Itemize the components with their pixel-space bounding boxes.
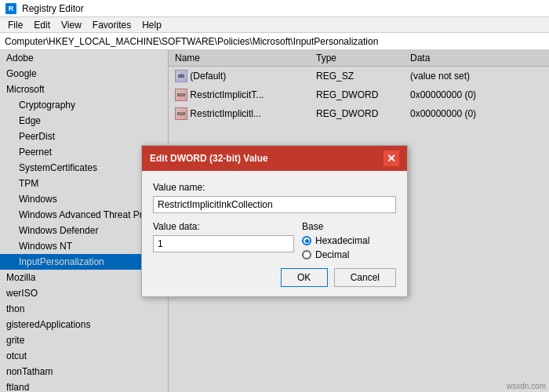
cancel-button[interactable]: Cancel <box>334 268 396 287</box>
value-data-input[interactable] <box>153 235 294 252</box>
base-label: Base <box>302 221 396 232</box>
main-content: Adobe Google Microsoft Cryptography Edge… <box>0 50 549 392</box>
value-data-label: Value data: <box>153 221 294 232</box>
dialog-buttons: OK Cancel <box>153 268 396 287</box>
dialog-title-bar: Edit DWORD (32-bit) Value ✕ <box>142 146 407 171</box>
dialog-data-row: Value data: Base Hexadecimal <box>153 221 396 260</box>
dialog-overlay: Edit DWORD (32-bit) Value ✕ Value name: … <box>0 50 549 392</box>
dialog-body: Value name: Value data: Base Hexadecimal <box>142 171 407 296</box>
radio-group: Hexadecimal Decimal <box>302 235 396 260</box>
menu-view[interactable]: View <box>56 19 86 31</box>
value-name-label: Value name: <box>153 182 396 193</box>
menu-bar: File Edit View Favorites Help <box>0 17 549 33</box>
title-bar: R Registry Editor <box>0 0 549 17</box>
dialog-close-button[interactable]: ✕ <box>384 151 399 166</box>
menu-favorites[interactable]: Favorites <box>88 19 136 31</box>
title-bar-text: Registry Editor <box>22 3 84 14</box>
radio-dec-label: Decimal <box>315 249 349 260</box>
menu-edit[interactable]: Edit <box>29 19 55 31</box>
menu-help[interactable]: Help <box>137 19 166 31</box>
address-bar: Computer\HKEY_LOCAL_MACHINE\SOFTWARE\Pol… <box>0 33 549 50</box>
ok-button[interactable]: OK <box>281 268 328 287</box>
value-name-input[interactable] <box>153 196 396 213</box>
radio-hexadecimal[interactable]: Hexadecimal <box>302 235 396 246</box>
edit-dword-dialog: Edit DWORD (32-bit) Value ✕ Value name: … <box>141 145 408 297</box>
app-icon: R <box>5 2 17 15</box>
radio-dec-circle <box>302 250 311 260</box>
menu-file[interactable]: File <box>3 19 27 31</box>
radio-hex-label: Hexadecimal <box>315 235 369 246</box>
radio-decimal[interactable]: Decimal <box>302 249 396 260</box>
dialog-right: Base Hexadecimal Decimal <box>302 221 396 260</box>
address-path: Computer\HKEY_LOCAL_MACHINE\SOFTWARE\Pol… <box>5 36 378 47</box>
dialog-title: Edit DWORD (32-bit) Value <box>150 153 268 164</box>
radio-hex-circle <box>302 236 311 245</box>
dialog-left: Value data: <box>153 221 294 260</box>
svg-text:R: R <box>9 5 14 13</box>
